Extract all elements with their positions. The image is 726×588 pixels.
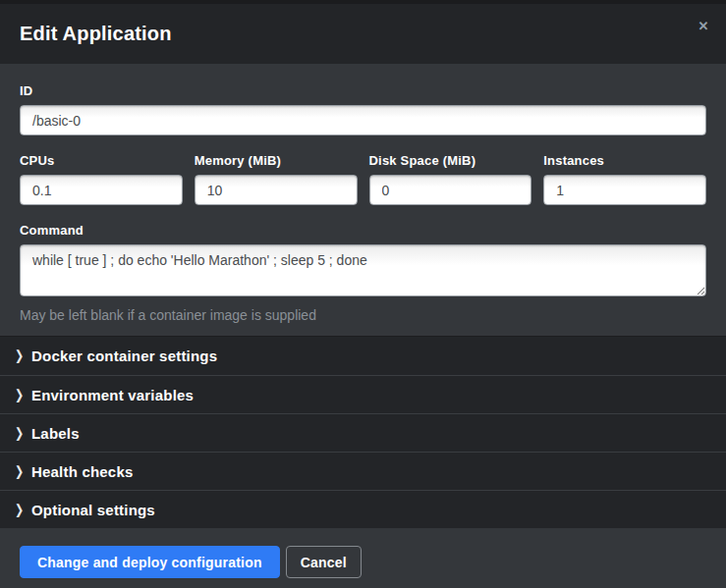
resources-row: CPUs Memory (MiB) Disk Space (MiB) Insta… (20, 153, 706, 205)
instances-form-group: Instances (543, 153, 706, 205)
section-optional-settings[interactable]: ❯ Optional settings (0, 490, 726, 528)
command-form-group: Command while [ true ] ; do echo 'Hello … (20, 223, 706, 323)
change-and-deploy-button[interactable]: Change and deploy configuration (20, 546, 280, 578)
id-label: ID (20, 83, 706, 98)
section-title: Docker container settings (31, 347, 217, 364)
modal-footer: Change and deploy configuration Cancel (0, 528, 726, 588)
accordion-sections: ❯ Docker container settings ❯ Environmen… (0, 336, 726, 528)
chevron-right-icon: ❯ (15, 425, 25, 441)
cpus-form-group: CPUs (20, 153, 183, 205)
id-input[interactable] (20, 105, 706, 135)
command-help-text: May be left blank if a container image i… (20, 307, 706, 323)
memory-label: Memory (MiB) (195, 153, 358, 168)
memory-input[interactable] (195, 175, 358, 205)
command-textarea[interactable]: while [ true ] ; do echo 'Hello Marathon… (20, 244, 706, 296)
section-title: Optional settings (31, 502, 155, 518)
form-body: ID CPUs Memory (MiB) Disk Space (MiB) In… (0, 64, 726, 336)
chevron-right-icon: ❯ (15, 387, 25, 402)
instances-label: Instances (543, 153, 706, 168)
edit-application-modal: Edit Application ✕ ID CPUs Memory (MiB) … (0, 0, 726, 588)
modal-header: Edit Application ✕ (0, 4, 726, 64)
cancel-button[interactable]: Cancel (286, 546, 362, 578)
disk-input[interactable] (369, 175, 532, 205)
cpus-input[interactable] (20, 175, 183, 205)
id-form-group: ID (20, 83, 706, 135)
cpus-label: CPUs (20, 153, 183, 168)
section-title: Health checks (31, 463, 133, 480)
close-icon[interactable]: ✕ (693, 16, 714, 37)
section-environment-variables[interactable]: ❯ Environment variables (0, 375, 726, 413)
page-title: Edit Application (20, 23, 172, 45)
chevron-right-icon: ❯ (15, 502, 25, 517)
command-label: Command (20, 223, 706, 238)
instances-input[interactable] (543, 175, 706, 205)
memory-form-group: Memory (MiB) (195, 153, 358, 205)
section-labels[interactable]: ❯ Labels (0, 413, 726, 452)
chevron-right-icon: ❯ (15, 347, 25, 363)
section-health-checks[interactable]: ❯ Health checks (0, 452, 726, 490)
disk-label: Disk Space (MiB) (369, 153, 532, 168)
chevron-right-icon: ❯ (15, 463, 25, 479)
disk-form-group: Disk Space (MiB) (369, 153, 532, 205)
section-docker-container-settings[interactable]: ❯ Docker container settings (0, 337, 726, 375)
section-title: Environment variables (31, 387, 194, 403)
section-title: Labels (31, 425, 80, 442)
